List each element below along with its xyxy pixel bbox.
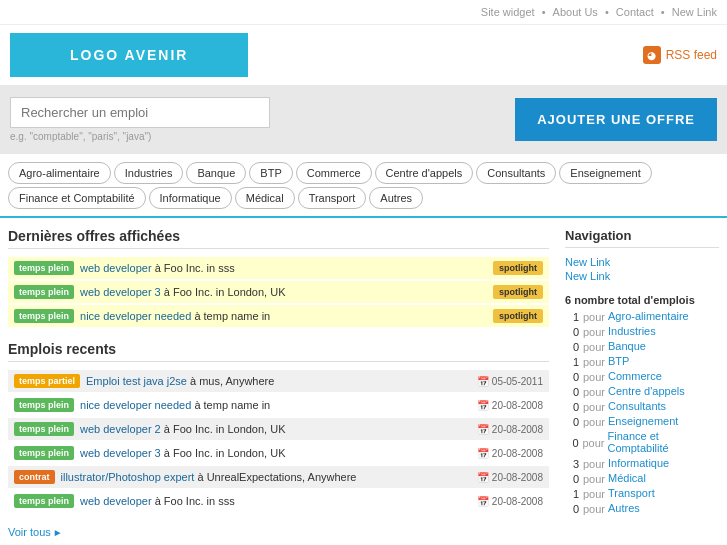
main-area: Dernières offres affichées temps plein w…	[0, 218, 727, 545]
calendar-icon-5: 📅	[477, 472, 489, 483]
top-nav-sep2: •	[605, 6, 612, 18]
top-nav-contact[interactable]: Contact	[616, 6, 654, 18]
spotlight-badge-2: spotlight	[493, 285, 543, 299]
sidebar-link-1[interactable]: New Link	[565, 256, 719, 268]
calendar-icon-6: 📅	[477, 496, 489, 507]
stat-label-finance: pour	[583, 437, 605, 449]
cat-informatique[interactable]: Informatique	[149, 187, 232, 209]
job-date-1: 📅 05-05-2011	[477, 376, 543, 387]
stat-link-autres[interactable]: Autres	[608, 502, 640, 514]
table-row: temps partiel Emploi test java j2se à mu…	[8, 370, 549, 392]
job-link-3[interactable]: nice developer needed	[80, 310, 191, 322]
badge-temps-plein-4: temps plein	[14, 398, 74, 412]
job-date-6: 📅 20-08-2008	[477, 496, 543, 507]
stat-link-industries[interactable]: Industries	[608, 325, 656, 337]
stat-row-btp: 1 pour BTP	[565, 355, 719, 369]
stat-link-medical[interactable]: Médical	[608, 472, 646, 484]
stat-link-btp[interactable]: BTP	[608, 355, 629, 367]
stat-label-agro: pour	[583, 311, 605, 323]
stat-row-enseignement: 0 pour Enseignement	[565, 415, 719, 429]
sidebar-link-2[interactable]: New Link	[565, 270, 719, 282]
header: LOGO AVENIR ◕ RSS feed	[0, 25, 727, 85]
job-text-2: web developer 3 à Foo Inc. in London, UK	[80, 286, 493, 298]
job-link-4[interactable]: Emploi test java j2se	[86, 375, 187, 387]
calendar-icon-1: 📅	[477, 376, 489, 387]
sidebar-nav: New Link New Link	[565, 256, 719, 282]
table-row: contrat illustrator/Photoshop expert à U…	[8, 466, 549, 488]
stat-count-medical: 0	[565, 473, 579, 485]
cat-medical[interactable]: Médical	[235, 187, 295, 209]
cat-commerce[interactable]: Commerce	[296, 162, 372, 184]
cat-btp[interactable]: BTP	[249, 162, 292, 184]
voir-tous-link[interactable]: Voir tous ►	[8, 526, 549, 538]
job-text-4: Emploi test java j2se à mus, Anywhere	[86, 375, 477, 387]
cat-centre-appels[interactable]: Centre d'appels	[375, 162, 474, 184]
cat-industries[interactable]: Industries	[114, 162, 184, 184]
top-nav-newlink[interactable]: New Link	[672, 6, 717, 18]
logo: LOGO AVENIR	[10, 33, 248, 77]
job-date-4: 📅 20-08-2008	[477, 448, 543, 459]
cat-finance[interactable]: Finance et Comptabilité	[8, 187, 146, 209]
stat-row-agro: 1 pour Agro-alimentaire	[565, 310, 719, 324]
calendar-icon-2: 📅	[477, 400, 489, 411]
job-link-9[interactable]: web developer	[80, 495, 152, 507]
cat-transport[interactable]: Transport	[298, 187, 367, 209]
table-row: temps plein web developer à Foo Inc. in …	[8, 490, 549, 512]
cat-consultants[interactable]: Consultants	[476, 162, 556, 184]
stat-link-transport[interactable]: Transport	[608, 487, 655, 499]
stat-row-informatique: 3 pour Informatique	[565, 457, 719, 471]
stat-link-agro[interactable]: Agro-alimentaire	[608, 310, 689, 322]
search-bar: e.g. "comptable", "paris", "java") AJOUT…	[0, 85, 727, 154]
stat-count-agro: 1	[565, 311, 579, 323]
categories: Agro-alimentaire Industries Banque BTP C…	[0, 154, 727, 218]
job-text-1: web developer à Foo Inc. in sss	[80, 262, 493, 274]
cat-autres[interactable]: Autres	[369, 187, 423, 209]
job-date-2: 📅 20-08-2008	[477, 400, 543, 411]
job-link-6[interactable]: web developer 2	[80, 423, 161, 435]
job-link-2[interactable]: web developer 3	[80, 286, 161, 298]
stat-link-centre-appels[interactable]: Centre d'appels	[608, 385, 685, 397]
stat-label-autres: pour	[583, 503, 605, 515]
badge-temps-plein-3: temps plein	[14, 309, 74, 323]
table-row: temps plein web developer 3 à Foo Inc. i…	[8, 281, 549, 303]
job-link-8[interactable]: illustrator/Photoshop expert	[61, 471, 195, 483]
sidebar: Navigation New Link New Link 6 nombre to…	[549, 228, 719, 538]
badge-temps-partiel: temps partiel	[14, 374, 80, 388]
top-nav-about[interactable]: About Us	[553, 6, 598, 18]
category-row-2: Finance et Comptabilité Informatique Méd…	[8, 187, 719, 209]
rss-area[interactable]: ◕ RSS feed	[643, 46, 717, 64]
job-link-1[interactable]: web developer	[80, 262, 152, 274]
job-text-7: web developer 3 à Foo Inc. in London, UK	[80, 447, 477, 459]
job-date-5: 📅 20-08-2008	[477, 472, 543, 483]
stat-label-transport: pour	[583, 488, 605, 500]
stat-link-finance[interactable]: Finance et Comptabilité	[608, 430, 719, 454]
cat-agro-alimentaire[interactable]: Agro-alimentaire	[8, 162, 111, 184]
top-nav-sep3: •	[661, 6, 668, 18]
search-left: e.g. "comptable", "paris", "java")	[10, 97, 505, 142]
search-input[interactable]	[10, 97, 270, 128]
stat-link-commerce[interactable]: Commerce	[608, 370, 662, 382]
cat-banque[interactable]: Banque	[186, 162, 246, 184]
top-nav-site-widget[interactable]: Site widget	[481, 6, 535, 18]
badge-temps-plein-6: temps plein	[14, 446, 74, 460]
job-link-7[interactable]: web developer 3	[80, 447, 161, 459]
cat-enseignement[interactable]: Enseignement	[559, 162, 651, 184]
stat-count-consultants: 0	[565, 401, 579, 413]
stat-label-enseignement: pour	[583, 416, 605, 428]
add-offer-button[interactable]: AJOUTER UNE OFFRE	[515, 98, 717, 141]
table-row: temps plein nice developer needed à temp…	[8, 305, 549, 327]
stat-link-informatique[interactable]: Informatique	[608, 457, 669, 469]
stat-row-medical: 0 pour Médical	[565, 472, 719, 486]
stat-link-consultants[interactable]: Consultants	[608, 400, 666, 412]
badge-temps-plein-5: temps plein	[14, 422, 74, 436]
stat-link-banque[interactable]: Banque	[608, 340, 646, 352]
stat-link-enseignement[interactable]: Enseignement	[608, 415, 678, 427]
voir-tous-label: Voir tous	[8, 526, 51, 538]
stat-row-transport: 1 pour Transport	[565, 487, 719, 501]
job-link-5[interactable]: nice developer needed	[80, 399, 191, 411]
stat-count-transport: 1	[565, 488, 579, 500]
stat-label-industries: pour	[583, 326, 605, 338]
stat-label-banque: pour	[583, 341, 605, 353]
badge-temps-plein-1: temps plein	[14, 261, 74, 275]
stat-count-autres: 0	[565, 503, 579, 515]
